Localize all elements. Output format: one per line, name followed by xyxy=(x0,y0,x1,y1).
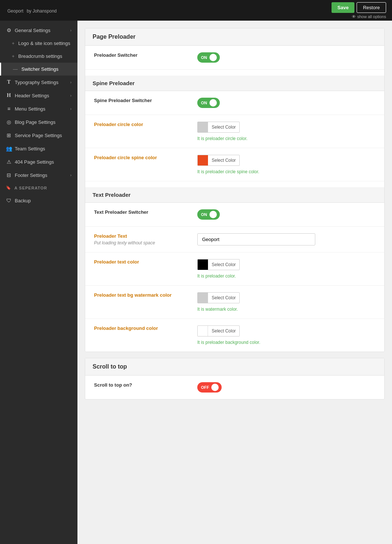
sidebar: ⚙ General Settings › + Logo & site icon … xyxy=(0,21,77,544)
plus-icon-breadcrumb: + xyxy=(12,53,15,59)
circle-color-control: Select Color It is preloader circle colo… xyxy=(197,122,375,141)
sidebar-label-header-settings: Header Settings xyxy=(15,93,49,98)
header-icon: H xyxy=(6,93,12,98)
menu-icon: ≡ xyxy=(6,106,12,112)
preloader-text-color-label: Preloader text color xyxy=(94,259,190,265)
circle-color-label: Preloader circle color xyxy=(94,122,190,127)
text-color-swatch xyxy=(198,259,208,270)
sidebar-label-logo-site-icon: Logo & site icon settings xyxy=(18,41,70,46)
preloader-switcher-control: ON xyxy=(197,52,375,63)
preloader-switcher-state: ON xyxy=(201,55,207,60)
spine-preloader-toggle[interactable]: ON xyxy=(197,98,220,108)
preloader-switcher-label-col: Preloader Switcher xyxy=(94,52,190,58)
spine-preloader-switcher-row: Spine Preloader Switcher ON xyxy=(85,91,384,115)
scroll-to-top-section-header: Scroll to top xyxy=(85,358,384,376)
sidebar-item-general-settings[interactable]: ⚙ General Settings › xyxy=(0,24,77,37)
circle-spine-control: Select Color It is preloader circle spin… xyxy=(197,155,375,174)
preloader-text-row: Preloader Text Put loading texty without… xyxy=(85,227,384,252)
chevron-right-icon-menu: › xyxy=(70,107,72,111)
sidebar-label-team-settings: Team Settings xyxy=(15,146,45,151)
preloader-switcher-toggle[interactable]: ON xyxy=(197,52,220,63)
circle-spine-color-picker-button[interactable]: Select Color xyxy=(197,155,240,166)
bookmark-icon: 🔖 xyxy=(6,185,11,190)
chevron-right-icon-footer: › xyxy=(70,173,72,177)
sidebar-item-breadcrumb-settings[interactable]: + Breadcrumb settings xyxy=(0,50,77,63)
restore-button[interactable]: Restore xyxy=(357,2,386,13)
spine-switcher-label: Spine Preloader Switcher xyxy=(94,98,190,103)
settings-icon: ⚙ xyxy=(6,27,12,33)
circle-spine-color-hint: It is preloader circle spine color. xyxy=(197,169,375,174)
save-button[interactable]: Save xyxy=(332,2,354,13)
scroll-to-top-toggle[interactable]: OFF xyxy=(197,382,222,393)
text-switcher-control: ON xyxy=(197,209,375,220)
text-preloader-toggle[interactable]: ON xyxy=(197,209,220,220)
page-preloader-title: Page Preloader xyxy=(93,34,136,40)
sidebar-item-service-page-settings[interactable]: ⊞ Service Page Settings xyxy=(0,129,77,142)
sidebar-item-typography-settings[interactable]: T Typography Settings › xyxy=(0,76,77,89)
sidebar-item-team-settings[interactable]: 👥 Team Settings xyxy=(0,142,77,155)
circle-color-label-col: Preloader circle color xyxy=(94,122,190,127)
brand-logo: Geoport by Johanspond xyxy=(6,7,57,14)
sidebar-label-404-page-settings: 404 Page Settings xyxy=(15,159,54,165)
watermark-color-label: Preloader text bg watermark color xyxy=(94,292,190,298)
sidebar-label-general-settings: General Settings xyxy=(15,28,51,33)
preloader-switcher-row: Preloader Switcher ON xyxy=(85,46,384,70)
sidebar-separator: 🔖 A SEPERATOR xyxy=(0,182,77,194)
sidebar-item-logo-site-icon[interactable]: + Logo & site icon settings xyxy=(0,37,77,50)
warning-icon: ⚠ xyxy=(6,159,12,165)
spine-preloader-title: Spine Preloader xyxy=(93,80,135,86)
sidebar-item-header-settings[interactable]: H Header Settings › xyxy=(0,89,77,102)
sidebar-item-footer-settings[interactable]: ⊟ Footer Settings › xyxy=(0,168,77,182)
team-icon: 👥 xyxy=(6,146,12,151)
chevron-right-icon: › xyxy=(70,28,72,32)
topbar-actions: Save Restore 👁 show all options xyxy=(332,2,386,19)
sidebar-item-blog-page-settings[interactable]: ◎ Blog Page Settings xyxy=(0,115,77,129)
watermark-color-control: Select Color It is watermark color. xyxy=(197,292,375,312)
text-color-control: Select Color It is preloader color. xyxy=(197,259,375,279)
circle-spine-color-row: Preloader circle spine color Select Colo… xyxy=(85,148,384,181)
scroll-to-top-control: OFF xyxy=(197,382,375,393)
sidebar-item-backup[interactable]: 🛡 Backup xyxy=(0,194,77,207)
preloader-bg-color-label: Preloader background color xyxy=(94,325,190,331)
bg-color-swatch xyxy=(198,326,208,336)
circle-color-swatch xyxy=(198,122,208,132)
text-bg-watermark-color-row: Preloader text bg watermark color Select… xyxy=(85,286,384,319)
sidebar-item-404-page-settings[interactable]: ⚠ 404 Page Settings xyxy=(0,155,77,168)
sidebar-label-menu-settings: Menu Settings xyxy=(15,106,45,112)
dash-icon-switcher: — xyxy=(13,66,18,72)
spine-switcher-label-col: Spine Preloader Switcher xyxy=(94,98,190,103)
bg-color-picker-button[interactable]: Select Color xyxy=(197,325,240,336)
text-color-picker-button[interactable]: Select Color xyxy=(197,259,240,270)
bg-color-hint: It is preloader background color. xyxy=(197,340,375,345)
watermark-color-picker-button[interactable]: Select Color xyxy=(197,292,240,303)
preloader-text-label-col: Preloader Text Put loading texty without… xyxy=(94,233,190,245)
plus-icon-logo: + xyxy=(12,41,15,46)
circle-color-picker-label: Select Color xyxy=(208,122,239,132)
preloader-switcher-label: Preloader Switcher xyxy=(94,52,190,58)
scroll-to-top-label-col: Scroll to top on? xyxy=(94,382,190,388)
text-toggle-state: ON xyxy=(201,212,207,217)
text-color-picker-label: Select Color xyxy=(208,259,239,270)
sidebar-label-service-page-settings: Service Page Settings xyxy=(15,133,62,138)
scroll-to-top-state: OFF xyxy=(201,385,209,390)
watermark-color-label-col: Preloader text bg watermark color xyxy=(94,292,190,298)
circle-color-picker-button[interactable]: Select Color xyxy=(197,122,240,133)
typography-icon: T xyxy=(6,79,12,85)
sidebar-label-typography-settings: Typography Settings xyxy=(15,80,59,85)
circle-spine-label-col: Preloader circle spine color xyxy=(94,155,190,160)
text-preloader-section-header: Text Preloader xyxy=(85,187,384,203)
footer-icon: ⊟ xyxy=(6,172,12,178)
text-toggle-knob xyxy=(209,211,217,218)
main-content: Page Preloader Preloader Switcher ON xyxy=(77,21,392,544)
preloader-switcher-knob xyxy=(209,54,217,61)
chevron-right-icon-typography: › xyxy=(70,80,72,84)
circle-spine-color-swatch xyxy=(198,155,208,165)
sidebar-label-blog-page-settings: Blog Page Settings xyxy=(15,119,56,125)
sidebar-item-menu-settings[interactable]: ≡ Menu Settings › xyxy=(0,102,77,115)
sidebar-item-switcher-settings[interactable]: — Switcher Settings xyxy=(0,63,77,76)
show-all-options-link[interactable]: 👁 show all options xyxy=(352,14,386,19)
service-icon: ⊞ xyxy=(6,132,12,138)
preloader-text-input[interactable] xyxy=(197,233,315,245)
circle-color-hint: It is preloader circle color. xyxy=(197,136,375,141)
text-switcher-label: Text Preloader Switcher xyxy=(94,209,190,215)
